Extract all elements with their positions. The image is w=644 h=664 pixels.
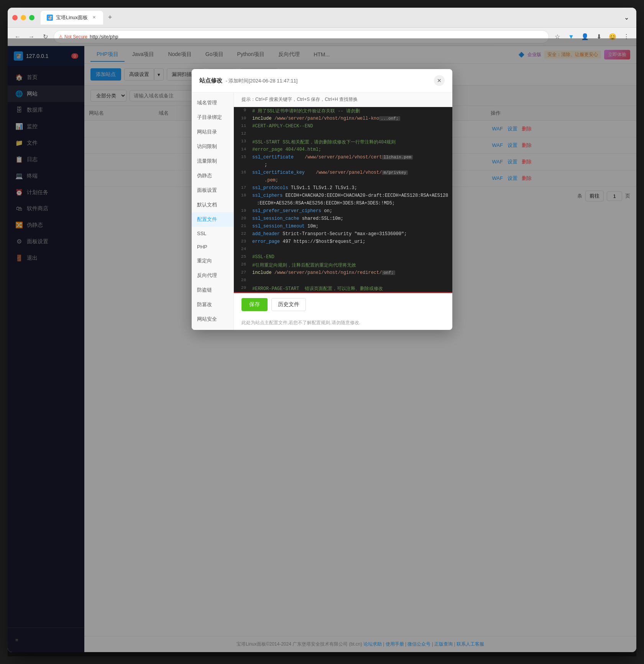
site-modify-modal: 站点修改 - 添加时间[2024-06-28 11:47:11] ✕ 域名管理 … <box>192 69 452 330</box>
modal-main: 提示：Ctrl+F 搜索关键字，Ctrl+S 保存，Ctrl+H 查找替换 9 … <box>234 92 452 330</box>
code-line-13: 13 #SSL-START SSL相关配置，请勿删除或修改下一行带注释的404规… <box>234 138 452 146</box>
modal-sidebar-defaultdoc[interactable]: 默认文档 <box>192 198 233 212</box>
tab-bar: 🐮 宝塔Linux面板 ✕ + <box>41 11 621 25</box>
modal-sidebar-pseudostatic[interactable]: 伪静态 <box>192 168 233 183</box>
code-line-25: 25 #SSL-END <box>234 254 452 261</box>
modal-hint: 提示：Ctrl+F 搜索关键字，Ctrl+S 保存，Ctrl+H 查找替换 <box>234 92 452 107</box>
code-line-14: 14 #error_page 404/404.html; <box>234 146 452 154</box>
code-line-9: 9 # 用了SSL证书申请时的文件验证存关联 -- 请勿删 <box>234 107 452 115</box>
code-line-17: 17 ssl_protocols TLSv1.1 TLSv1.2 TLSv1.3… <box>234 185 452 192</box>
modal-sidebar-panelsettings[interactable]: 面板设置 <box>192 183 233 198</box>
minimize-traffic-light[interactable] <box>21 15 26 20</box>
code-line-15b: ; <box>234 161 452 169</box>
code-line-27: 27 include /www/server/panel/vhost/nginx… <box>234 269 452 277</box>
modal-sidebar-websecurity[interactable]: 网站安全 <box>192 312 233 326</box>
modal-overlay: 站点修改 - 添加时间[2024-06-28 11:47:11] ✕ 域名管理 … <box>8 38 636 656</box>
tab-title: 宝塔Linux面板 <box>56 14 88 21</box>
code-line-21: 21 ssl_session_timeout 10m; <box>234 223 452 231</box>
modal-close-button[interactable]: ✕ <box>434 75 445 86</box>
modal-sidebar-ssl[interactable]: SSL <box>192 227 233 240</box>
modal-sidebar-php[interactable]: PHP <box>192 240 233 254</box>
modal-sidebar-configfile[interactable]: 配置文件 <box>192 212 233 227</box>
save-button[interactable]: 保存 <box>242 298 268 311</box>
code-line-18: 18 ssl_ciphers EECDH+CHACHA20:EECDH+CHAC… <box>234 192 452 200</box>
code-line-11: 11 #CERT-APPLY-CHECK--END <box>234 123 452 130</box>
fullscreen-traffic-light[interactable] <box>29 15 34 20</box>
code-line-23: 23 error_page 497 https://$host$request_… <box>234 238 452 246</box>
modal-subtitle: - 添加时间[2024-06-28 11:47:11] <box>225 78 297 84</box>
modal-sidebar-domain[interactable]: 域名管理 <box>192 96 233 110</box>
modal-sidebar-sitedir[interactable]: 网站目录 <box>192 125 233 139</box>
modal-sidebar-reverse[interactable]: 反向代理 <box>192 268 233 283</box>
modal-sidebar-redirect[interactable]: 重定向 <box>192 254 233 268</box>
history-button[interactable]: 历史文件 <box>271 298 306 311</box>
traffic-lights <box>12 15 34 20</box>
browser-tab[interactable]: 🐮 宝塔Linux面板 ✕ <box>41 11 103 25</box>
code-line-19: 19 ssl_prefer_server_ciphers on; <box>234 208 452 215</box>
code-line-28: 28 <box>234 277 452 285</box>
modal-title-group: 站点修改 - 添加时间[2024-06-28 11:47:11] <box>199 77 297 84</box>
code-line-29: 29 #ERROR-PAGE-START 错误页面配置，可以注释、删除或修改 <box>234 285 452 293</box>
close-traffic-light[interactable] <box>12 15 18 20</box>
browser-titlebar: 🐮 宝塔Linux面板 ✕ + ⌄ <box>8 8 636 28</box>
window-controls-spacer: ⌄ <box>624 14 632 21</box>
code-line-10: 10 include /www/server/panel/vhost/nginx… <box>234 115 452 123</box>
modal-title: 站点修改 <box>199 77 222 84</box>
new-tab-button[interactable]: + <box>105 12 115 23</box>
modal-sidebar-access[interactable]: 访问限制 <box>192 139 233 154</box>
modal-body: 域名管理 子目录绑定 网站目录 访问限制 流量限制 伪静态 面板设置 默认文档 … <box>192 92 452 330</box>
modal-footer: 保存 历史文件 <box>234 293 452 316</box>
modal-sidebar: 域名管理 子目录绑定 网站目录 访问限制 流量限制 伪静态 面板设置 默认文档 … <box>192 92 234 330</box>
tab-close-button[interactable]: ✕ <box>91 15 97 21</box>
modal-sidebar-weblog[interactable]: 网站日志 <box>192 326 233 330</box>
code-editor[interactable]: 9 # 用了SSL证书申请时的文件验证存关联 -- 请勿删 10 include… <box>234 107 452 293</box>
tab-favicon: 🐮 <box>47 15 53 21</box>
code-line-24: 24 <box>234 246 452 254</box>
code-line-18b: :EECDH+AES256:RSA+AES256:EECDH+3DES:RSA+… <box>234 200 452 208</box>
code-line-26: 26 #引用重定向规则，注释后配置的重定向代理将无效 <box>234 261 452 269</box>
code-line-15: 15 ssl_certificate /www/server/panel/vho… <box>234 154 452 161</box>
code-line-22: 22 add_header Strict-Transport-Security … <box>234 231 452 238</box>
modal-sidebar-tamper[interactable]: 防篡改 <box>192 297 233 312</box>
modal-sidebar-subdir[interactable]: 子目录绑定 <box>192 110 233 125</box>
code-line-12: 12 <box>234 130 452 138</box>
code-line-16b: .pem; <box>234 177 452 185</box>
modal-sidebar-traffic[interactable]: 流量限制 <box>192 154 233 168</box>
modal-header: 站点修改 - 添加时间[2024-06-28 11:47:11] ✕ <box>192 69 452 92</box>
modal-note: 此处为站点主配置文件,若您不了解配置规则,请勿随意修改. <box>234 316 452 330</box>
modal-sidebar-hotlink[interactable]: 防盗链 <box>192 283 233 297</box>
code-line-20: 20 ssl_session_cache shared:SSL:10m; <box>234 215 452 223</box>
code-line-16: 16 ssl_certificate_key /www/server/panel… <box>234 169 452 177</box>
